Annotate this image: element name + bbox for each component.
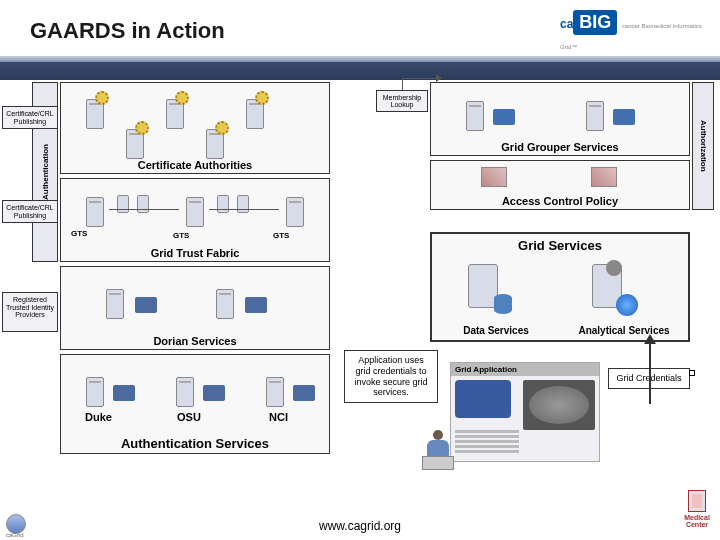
slide-footer: caGrid www.cagrid.org Medical Center: [0, 512, 720, 540]
result-rows: [455, 430, 519, 460]
grid-grouper-label: Grid Grouper Services: [431, 141, 689, 153]
cagrid-logo: caGrid: [6, 514, 40, 538]
device-icon: [203, 385, 225, 401]
grid-trust-fabric-label: Grid Trust Fabric: [61, 247, 329, 259]
application-description-callout: Application uses grid credentials to inv…: [344, 350, 438, 403]
data-services-label: Data Services: [436, 325, 556, 336]
grid-services-box: Grid Services Data Services Analytical S…: [430, 232, 690, 342]
connector-line: [109, 209, 179, 210]
map-thumbnail: [455, 380, 511, 418]
diagram-content: Authentication Certificate/CRL Publishin…: [0, 82, 720, 512]
server-icon: [241, 91, 269, 129]
cabig-logo: caBIG cancer Biomedical Informatics Grid…: [560, 10, 710, 60]
data-server-icon: [468, 264, 508, 314]
access-control-policy-label: Access Control Policy: [431, 195, 689, 207]
crl-publishing-callout-2: Certificate/CRL Publishing: [2, 200, 58, 223]
authentication-services-box: Duke OSU NCI Authentication Services: [60, 354, 330, 454]
connector-line: [402, 78, 440, 79]
device-icon: [293, 385, 315, 401]
device-icon: [493, 109, 515, 125]
callout-step-marker: [689, 370, 695, 376]
connector-line: [402, 78, 403, 90]
device-icon: [135, 297, 157, 313]
server-icon: [211, 281, 239, 319]
crl-publishing-callout-1: Certificate/CRL Publishing: [2, 106, 58, 129]
gts-node-label: GTS: [173, 231, 189, 240]
connector-line: [209, 209, 279, 210]
device-icon: [113, 385, 135, 401]
analytical-server-icon: [592, 264, 632, 314]
tiny-server-icon: [217, 195, 233, 217]
server-icon: [461, 93, 489, 131]
ct-scan-thumbnail: [523, 380, 595, 430]
grid-grouper-box: Grid Grouper Services: [430, 82, 690, 156]
photo-icon: [481, 167, 507, 187]
device-icon: [613, 109, 635, 125]
device-icon: [245, 297, 267, 313]
arrow-line: [649, 344, 651, 404]
membership-lookup-callout: Membership Lookup: [376, 90, 428, 112]
medical-center-logo: Medical Center: [676, 490, 718, 540]
server-icon: [281, 189, 309, 227]
grid-trust-fabric-box: GTS GTS GTS Grid Trust Fabric: [60, 178, 330, 262]
tiny-server-icon: [117, 195, 133, 217]
server-icon: [161, 91, 189, 129]
user-icon: [420, 430, 456, 470]
header-dark-bar: [0, 62, 720, 80]
server-icon: [81, 91, 109, 129]
tiny-server-icon: [137, 195, 153, 217]
authorization-tab: Authorization: [692, 82, 714, 210]
grid-application-title: Grid Application: [451, 363, 599, 376]
trusted-providers-callout: Registered Trusted Identity Providers: [2, 292, 58, 332]
certificate-authorities-box: Certificate Authorities: [60, 82, 330, 174]
cert-authorities-label: Certificate Authorities: [61, 159, 329, 171]
server-icon: [81, 189, 109, 227]
server-icon: [181, 189, 209, 227]
tiny-server-icon: [237, 195, 253, 217]
server-icon: [81, 369, 109, 407]
server-icon: [581, 93, 609, 131]
authentication-services-label: Authentication Services: [61, 436, 329, 451]
server-icon: [121, 121, 149, 159]
arrow-up-icon: [644, 334, 656, 344]
gts-node-label: GTS: [71, 229, 87, 238]
arrow-right-icon: [436, 74, 442, 82]
provider-label-osu: OSU: [177, 411, 201, 423]
dorian-services-label: Dorian Services: [61, 335, 329, 347]
slide-title: GAARDS in Action: [30, 18, 225, 44]
server-icon: [171, 369, 199, 407]
server-icon: [261, 369, 289, 407]
gts-node-label: GTS: [273, 231, 289, 240]
grid-application-panel: Grid Application: [450, 362, 600, 462]
dorian-services-box: Dorian Services: [60, 266, 330, 350]
photo-icon: [591, 167, 617, 187]
analytical-services-label: Analytical Services: [564, 325, 684, 336]
provider-label-duke: Duke: [85, 411, 112, 423]
grid-services-title: Grid Services: [432, 238, 688, 253]
server-icon: [101, 281, 129, 319]
server-icon: [201, 121, 229, 159]
footer-url: www.cagrid.org: [319, 519, 401, 533]
provider-label-nci: NCI: [269, 411, 288, 423]
access-control-policy-box: Access Control Policy: [430, 160, 690, 210]
